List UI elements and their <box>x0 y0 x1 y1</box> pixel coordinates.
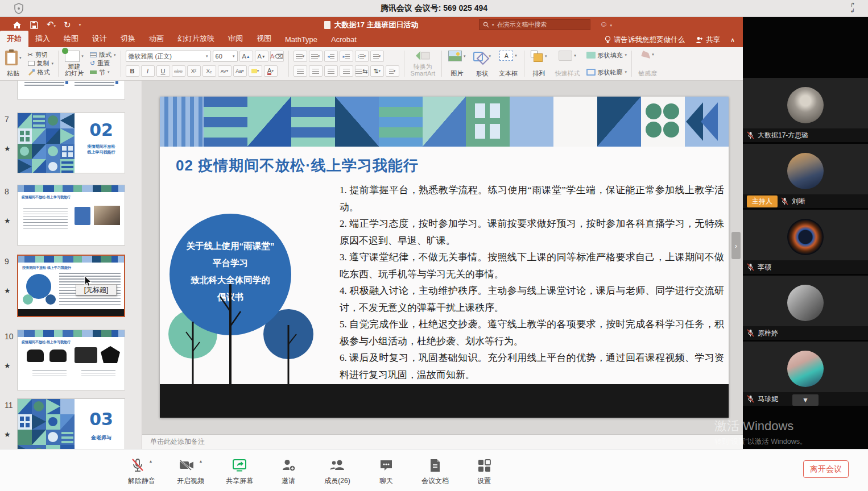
feedback-smiley-icon[interactable]: ☺ ▾ <box>600 19 612 28</box>
participant-tile[interactable]: 原梓婷 <box>743 276 868 340</box>
new-slide-button[interactable]: ▾ 新建 幻灯片 <box>63 49 85 78</box>
layout-button[interactable]: 版式▾ <box>90 51 116 59</box>
thumbnail-slide-6-partial[interactable] <box>17 81 125 99</box>
mic-options-caret-icon[interactable]: ▲ <box>149 459 153 463</box>
tab-review[interactable]: 审阅 <box>221 31 250 47</box>
copy-button[interactable]: 复制▾ <box>28 59 54 68</box>
home-icon[interactable] <box>13 20 22 30</box>
qat-more-icon[interactable]: ▾ <box>79 23 81 27</box>
text-direction-button[interactable]: ⇅▾ <box>370 65 384 77</box>
italic-button[interactable]: I <box>141 65 155 77</box>
decrease-font-button[interactable]: A▼ <box>255 51 268 62</box>
undo-icon[interactable]: ↶▾ <box>47 20 56 30</box>
slide-canvas[interactable]: 02 疫情期间不放松·线上学习我能行 关于线上使用“雨课堂” 平台学习 致北科大… <box>160 97 729 418</box>
participant-tile[interactable]: 大数据17-方思璐 <box>743 78 868 142</box>
tab-insert[interactable]: 插入 <box>28 31 57 47</box>
increase-indent-button[interactable]: ▸ <box>340 51 353 62</box>
tab-transitions[interactable]: 切换 <box>114 31 142 47</box>
columns-button[interactable]: ▾ <box>370 51 384 62</box>
participant-tile[interactable]: 主持人 刘晰 <box>743 144 868 208</box>
underline-button[interactable]: U <box>156 65 170 77</box>
invite-person-icon <box>281 458 296 473</box>
participant-name: 大数据17-方思璐 <box>758 131 808 140</box>
ribbon-tab-bar: 开始 插入 绘图 设计 切换 动画 幻灯片放映 审阅 视图 MathType A… <box>0 32 743 47</box>
chat-button[interactable]: 聊天 <box>370 458 402 486</box>
unmute-button[interactable]: ▲ 解除静音 <box>126 458 158 486</box>
numbering-button[interactable]: ▾ <box>309 51 323 62</box>
font-size-select[interactable]: 60▾ <box>213 51 238 62</box>
avatar <box>787 153 824 189</box>
reset-icon: ↺ <box>90 60 95 67</box>
font-name-select[interactable]: 微软雅黑 (正文)▾ <box>126 51 211 62</box>
collapse-video-list-chevron-icon[interactable]: ▼ <box>792 394 819 406</box>
cut-button[interactable]: ✂剪切 <box>28 51 54 59</box>
share-button[interactable]: 共享 <box>695 35 720 45</box>
collapse-ribbon-icon[interactable]: ∧ <box>730 36 735 44</box>
sensitivity-button[interactable]: ▾ 敏感度 <box>636 49 659 78</box>
redo-icon[interactable]: ↻ <box>64 20 71 29</box>
avatar <box>787 219 824 255</box>
share-screen-button[interactable]: 共享屏幕 <box>224 458 255 486</box>
align-right-button[interactable] <box>324 65 338 77</box>
shape-outline-button[interactable]: 形状轮廓▾ <box>586 68 627 77</box>
start-video-button[interactable]: ▲ 开启视频 <box>175 458 206 486</box>
convert-smartart-button[interactable]: 转换为 SmartArt <box>409 49 437 78</box>
members-button[interactable]: 成员(26) <box>321 458 353 486</box>
notes-pane[interactable]: 单击此处添加备注 <box>142 434 743 449</box>
meeting-docs-button[interactable]: 会议文档 <box>419 458 451 486</box>
shape-fill-button[interactable]: 形状填充▾ <box>586 51 627 60</box>
bullets-button[interactable]: ▾ <box>294 51 307 62</box>
character-spacing-button[interactable]: AV▾ <box>218 65 232 77</box>
save-icon[interactable] <box>30 20 39 30</box>
tab-slideshow[interactable]: 幻灯片放映 <box>171 31 221 47</box>
strikethrough-button[interactable]: abe <box>172 65 185 77</box>
copy-icon <box>28 61 35 66</box>
shapes-button[interactable]: ▾ 形状 <box>472 49 493 78</box>
thumbnail-slide-7[interactable]: 02 疫情期间不放松 线上学习我能行 <box>17 113 125 173</box>
superscript-button[interactable]: X² <box>187 65 201 77</box>
align-left-button[interactable] <box>294 65 307 77</box>
tell-me-button[interactable]: 请告诉我您想要做什么 <box>605 35 685 45</box>
resize-window-icon[interactable]: ↱↲ <box>846 2 859 15</box>
bold-button[interactable]: B <box>126 65 139 77</box>
picture-button[interactable]: ▾ 图片 <box>447 49 468 78</box>
paste-button[interactable]: ▾ 粘贴 <box>3 49 23 78</box>
tab-design[interactable]: 设计 <box>85 31 114 47</box>
tab-draw[interactable]: 绘图 <box>57 31 85 47</box>
align-center-button[interactable] <box>309 65 323 77</box>
tab-home[interactable]: 开始 <box>0 31 28 47</box>
mic-muted-icon <box>747 263 754 271</box>
thumbnail-slide-11[interactable]: 03 金老师与 <box>17 398 125 449</box>
change-case-button[interactable]: Aa▾ <box>233 65 247 77</box>
arrange-button[interactable]: ▾ 排列 <box>529 49 549 78</box>
increase-font-button[interactable]: A▲ <box>239 51 253 62</box>
align-text-button[interactable]: ▾ <box>386 65 399 77</box>
justify-button[interactable] <box>340 65 353 77</box>
thumbnail-slide-8[interactable]: 疫情期间不放松·线上学习我能行 <box>17 185 125 246</box>
participant-name: 原梓婷 <box>758 328 778 338</box>
expand-panel-chevron-icon[interactable]: › <box>731 232 741 259</box>
textbox-button[interactable]: A▾ 文本框 <box>497 49 519 78</box>
tab-view[interactable]: 视图 <box>250 31 278 47</box>
distribute-button[interactable]: ⇆ <box>355 65 369 77</box>
presentation-search-input[interactable]: ▾ 在演示文稿中搜索 <box>479 19 590 30</box>
decrease-indent-button[interactable]: ◂ <box>324 51 338 62</box>
quick-styles-button[interactable]: ▾ 快速样式 <box>553 49 582 78</box>
tab-mathtype[interactable]: MathType <box>278 32 324 47</box>
subscript-button[interactable]: X₂ <box>202 65 216 77</box>
format-painter-button[interactable]: 格式 <box>28 68 54 77</box>
tab-acrobat[interactable]: Acrobat <box>324 32 363 47</box>
highlight-color-button[interactable]: ▾ <box>249 65 262 77</box>
line-spacing-button[interactable]: ↕▾ <box>355 51 369 62</box>
font-color-button[interactable]: A▾ <box>264 65 278 77</box>
participant-tile[interactable]: 李硕 <box>743 210 868 274</box>
thumbnail-slide-10[interactable]: 疫情期间不放松·线上学习我能行 <box>17 330 125 390</box>
settings-button[interactable]: 设置 <box>468 458 500 486</box>
leave-meeting-button[interactable]: 离开会议 <box>803 460 849 478</box>
section-button[interactable]: 节▾ <box>90 68 116 77</box>
tab-animations[interactable]: 动画 <box>142 31 171 47</box>
clear-formatting-button[interactable]: A⌫ <box>270 51 284 62</box>
video-options-caret-icon[interactable]: ▲ <box>199 459 203 463</box>
invite-button[interactable]: 邀请 <box>272 458 304 486</box>
reset-button[interactable]: ↺重置 <box>90 59 116 68</box>
